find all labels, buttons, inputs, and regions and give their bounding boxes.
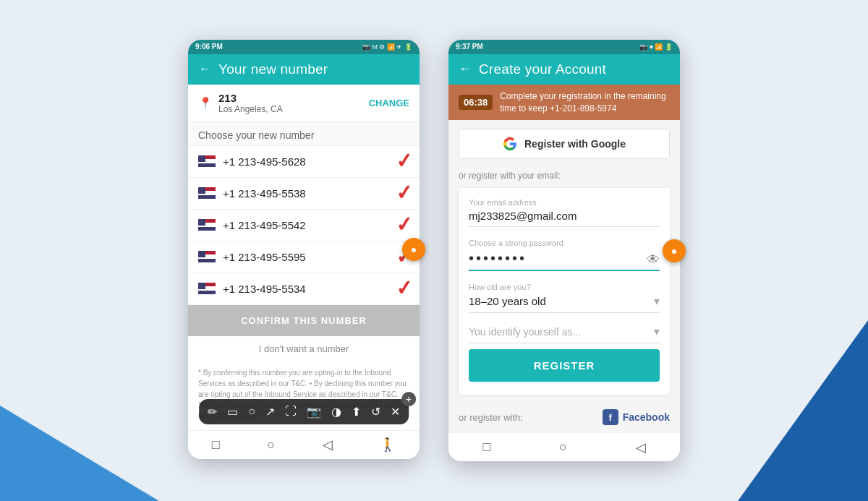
location-pin-icon: 📍 xyxy=(198,96,213,110)
list-item[interactable]: +1 213-495-5534 ✓ xyxy=(188,273,420,305)
phone2-nav-bar: □ ○ ◁ xyxy=(448,432,680,461)
register-button[interactable]: REGISTER xyxy=(469,349,660,382)
checkmark-icon: ✓ xyxy=(395,214,413,236)
close-icon[interactable]: ✕ xyxy=(391,405,400,419)
age-label: How old are you? xyxy=(469,283,660,291)
registration-form: Your email address mj233825@gmail.com Ch… xyxy=(459,188,670,395)
fab-icon: ● xyxy=(411,244,417,255)
identity-field-group[interactable]: You identify yourself as... ▾ xyxy=(469,325,660,343)
phone-number: +1 213-495-5538 xyxy=(223,187,306,200)
or-register-label: or register with: xyxy=(459,412,523,423)
nav-person-icon[interactable]: 🚶 xyxy=(380,437,396,453)
checkmark-icon: ✓ xyxy=(395,182,413,204)
floating-toolbar: + ✏ ▭ ○ ↗ ⛶ 📷 ◑ ⬆ ↺ ✕ xyxy=(199,399,409,424)
pencil-icon[interactable]: ✏ xyxy=(208,405,217,419)
phone1-status-icons: 📷 M ⚙ 📶 ✈ 🔋 xyxy=(362,43,412,51)
phone1-back-button[interactable]: ← xyxy=(198,61,211,77)
phone1-content: 📍 213 Los Angeles, CA CHANGE Choose your… xyxy=(188,85,420,430)
circle-icon[interactable]: ○ xyxy=(248,405,255,418)
choose-number-label: Choose your new number xyxy=(188,122,420,146)
email-value[interactable]: mj233825@gmail.com xyxy=(469,210,660,227)
bg-decoration-right xyxy=(738,320,868,501)
number-list: +1 213-495-5628 ✓ +1 213-495-5538 ✓ +1 2… xyxy=(188,146,420,305)
us-flag-icon xyxy=(198,219,216,231)
phone1-wrapper: 9:06 PM 📷 M ⚙ 📶 ✈ 🔋 ← Your new number 📍 … xyxy=(188,40,420,459)
phone1-status-bar: 9:06 PM 📷 M ⚙ 📶 ✈ 🔋 xyxy=(188,40,420,54)
google-g-icon xyxy=(503,137,517,151)
list-item[interactable]: +1 213-495-5538 ✓ xyxy=(188,178,420,210)
age-select-row[interactable]: 18–20 years old ▾ xyxy=(469,294,660,313)
google-btn-label: Register with Google xyxy=(524,138,626,150)
rectangle-icon[interactable]: ▭ xyxy=(227,405,238,419)
or-email-label: or register with your email: xyxy=(448,168,680,188)
phone2-orange-fab[interactable]: ● xyxy=(663,239,686,262)
password-label: Choose a strong password xyxy=(469,239,660,247)
orange-fab[interactable]: ● xyxy=(402,238,425,261)
phone2-back-button[interactable]: ← xyxy=(459,61,472,77)
phone1-time: 9:06 PM xyxy=(195,43,223,51)
city-name: Los Angeles, CA xyxy=(218,104,283,114)
fab2-icon: ● xyxy=(671,245,677,257)
nav-square-icon[interactable]: □ xyxy=(212,437,220,453)
identity-chevron-icon: ▾ xyxy=(654,325,660,338)
list-item[interactable]: +1 213-495-5542 ✓ xyxy=(188,210,420,241)
phone2-header: ← Create your Account xyxy=(448,54,680,85)
confirm-btn-container: CONFIRM THIS NUMBER xyxy=(188,305,420,336)
email-label: Your email address xyxy=(469,198,660,207)
location-row: 📍 213 Los Angeles, CA CHANGE xyxy=(188,85,420,122)
list-item[interactable]: +1 213-495-5595 ✓ xyxy=(188,241,420,273)
us-flag-icon xyxy=(198,251,216,262)
phone-number: +1 213-495-5628 xyxy=(223,155,306,168)
nav-home-icon[interactable]: ○ xyxy=(267,437,275,453)
phone2-wrapper: 9:37 PM 📷 ♥ 📶 🔋 ← Create your Account 06… xyxy=(448,40,680,462)
checkmark-icon: ✓ xyxy=(395,278,413,299)
area-code: 213 xyxy=(218,92,283,104)
frame-icon[interactable]: ⛶ xyxy=(285,405,297,418)
phone-number: +1 213-495-5595 xyxy=(223,251,306,263)
phone-number: +1 213-495-5534 xyxy=(223,283,306,295)
nav-home-icon[interactable]: ○ xyxy=(559,440,567,455)
phone1-title: Your new number xyxy=(218,61,328,77)
no-number-link[interactable]: I don't want a number xyxy=(188,336,420,361)
us-flag-icon xyxy=(198,155,216,167)
arrow-icon[interactable]: ↗ xyxy=(265,405,275,419)
confirm-number-button[interactable]: CONFIRM THIS NUMBER xyxy=(188,305,420,336)
upload-icon[interactable]: ⬆ xyxy=(352,405,361,419)
change-button[interactable]: CHANGE xyxy=(369,98,409,108)
phone1: 9:06 PM 📷 M ⚙ 📶 ✈ 🔋 ← Your new number 📍 … xyxy=(188,40,420,459)
phone-number: +1 213-495-5542 xyxy=(223,219,306,231)
nav-back-icon[interactable]: ◁ xyxy=(636,440,646,455)
list-item[interactable]: +1 213-495-5628 ✓ xyxy=(188,146,420,178)
undo-icon[interactable]: ↺ xyxy=(371,405,380,419)
timer-message: Complete your registration in the remain… xyxy=(500,90,670,115)
color-icon[interactable]: ◑ xyxy=(331,405,341,419)
timer-bar: 06:38 Complete your registration in the … xyxy=(448,85,680,121)
password-dots[interactable]: •••••••• xyxy=(469,250,647,270)
facebook-label: Facebook xyxy=(623,411,670,423)
phone2: 9:37 PM 📷 ♥ 📶 🔋 ← Create your Account 06… xyxy=(448,40,680,462)
facebook-icon: f xyxy=(603,409,618,425)
camera-icon[interactable]: 📷 xyxy=(307,405,321,419)
identity-placeholder: You identify yourself as... xyxy=(469,326,654,338)
phone1-nav-bar: □ ○ ◁ 🚶 xyxy=(188,430,420,459)
timer-badge: 06:38 xyxy=(459,95,493,110)
phones-container: 9:06 PM 📷 M ⚙ 📶 ✈ 🔋 ← Your new number 📍 … xyxy=(188,40,680,462)
nav-square-icon[interactable]: □ xyxy=(482,440,490,455)
phone2-status-bar: 9:37 PM 📷 ♥ 📶 🔋 xyxy=(448,40,680,54)
password-field-group: Choose a strong password •••••••• 👁 xyxy=(469,239,660,271)
toolbar-add-icon[interactable]: + xyxy=(401,392,416,406)
or-register-with-row: or register with: f Facebook xyxy=(448,402,680,432)
show-password-icon[interactable]: 👁 xyxy=(647,252,660,267)
nav-back-icon[interactable]: ◁ xyxy=(323,437,333,453)
facebook-button[interactable]: f Facebook xyxy=(603,409,670,425)
phone1-header: ← Your new number xyxy=(188,54,420,85)
phone2-time: 9:37 PM xyxy=(456,43,483,51)
google-register-button[interactable]: Register with Google xyxy=(459,129,670,159)
age-value: 18–20 years old xyxy=(469,295,654,307)
password-input-row: •••••••• 👁 xyxy=(469,250,660,271)
email-field-group: Your email address mj233825@gmail.com xyxy=(469,198,660,227)
location-text: 213 Los Angeles, CA xyxy=(218,92,283,114)
location-left: 📍 213 Los Angeles, CA xyxy=(198,92,283,114)
chevron-down-icon: ▾ xyxy=(654,294,660,308)
age-field-group: How old are you? 18–20 years old ▾ xyxy=(469,283,660,313)
